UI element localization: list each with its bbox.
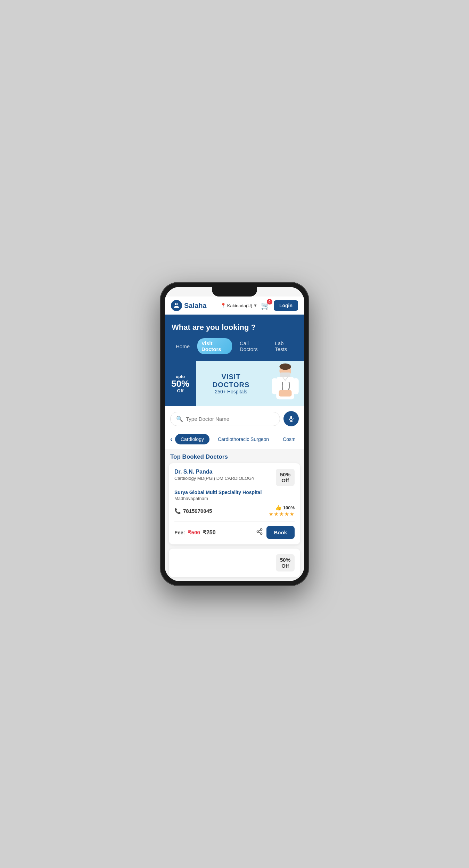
hospital-location: Madhavapatnam — [174, 496, 295, 501]
book-button[interactable]: Book — [266, 526, 295, 539]
chips-prev-button[interactable]: ‹ — [170, 436, 172, 443]
fee-row: Fee: ₹500 ₹250 Book — [174, 521, 295, 539]
search-area: 🔍 — [165, 406, 304, 431]
rating-area: 👍 100% ★★★★★ — [269, 504, 295, 517]
fee-old: ₹500 — [188, 529, 200, 536]
discount-off: Off — [280, 477, 290, 483]
contact-row: 📞 7815970045 👍 100% ★★★★★ — [174, 504, 295, 517]
chip-cosm[interactable]: Cosm — [277, 434, 301, 444]
phone-number[interactable]: 📞 7815970045 — [174, 508, 212, 514]
svg-line-15 — [258, 532, 261, 533]
card-top: Dr. S.N. Panda Cardiology MD(PGI) DM CAR… — [174, 469, 295, 486]
cart-badge: 0 — [267, 299, 272, 304]
fee-label: Fee: — [174, 529, 185, 535]
mic-button[interactable] — [283, 411, 299, 426]
search-icon: 🔍 — [176, 416, 183, 422]
preview-discount-badge: 50% Off — [276, 554, 295, 571]
hero-banner: What are you looking ? Home Visit Doctor… — [165, 315, 304, 361]
promo-off-text: Off — [177, 388, 184, 393]
doctor-info: Dr. S.N. Panda Cardiology MD(PGI) DM CAR… — [174, 469, 276, 481]
app-logo-text: Salaha — [184, 302, 206, 310]
chip-cardiothoracic[interactable]: Cardiothoracic Surgeon — [212, 434, 274, 444]
search-input[interactable] — [186, 416, 274, 422]
svg-line-16 — [258, 530, 261, 531]
logo-icon — [171, 300, 182, 311]
tab-lab-tests[interactable]: Lab Tests — [271, 338, 297, 354]
svg-point-1 — [176, 303, 178, 305]
share-button[interactable] — [256, 528, 263, 537]
svg-rect-7 — [293, 378, 299, 394]
phone-icon: 📞 — [174, 508, 181, 514]
cart-area[interactable]: 🛒 0 — [261, 301, 270, 310]
phone-notch — [212, 287, 257, 297]
tab-call-doctors[interactable]: Call Doctors — [236, 338, 267, 354]
tab-visit-doctors[interactable]: Visit Doctors — [197, 338, 232, 354]
svg-rect-6 — [272, 378, 278, 394]
svg-point-13 — [257, 531, 258, 533]
fee-area: Fee: ₹500 ₹250 — [174, 529, 216, 536]
rating-percent: 👍 100% — [269, 504, 295, 511]
svg-point-4 — [279, 364, 291, 370]
discount-badge: 50% Off — [276, 469, 295, 486]
phone-frame: Salaha 📍 Kakinada(U) ▼ 🛒 0 Login What ar… — [160, 282, 309, 586]
svg-point-0 — [175, 303, 176, 305]
logo-area: Salaha — [171, 300, 206, 311]
doctor-card: Dr. S.N. Panda Cardiology MD(PGI) DM CAR… — [169, 463, 300, 544]
second-doctor-card-preview: 50% Off — [169, 549, 300, 577]
section-title-top-booked: Top Booked Doctors — [165, 449, 304, 463]
promo-discount-badge: upto 50% Off — [165, 361, 196, 406]
thumbs-up-icon: 👍 — [275, 504, 282, 511]
promo-title: VISITDOCTORS — [199, 373, 263, 389]
chips-next-button[interactable]: › — [304, 436, 304, 443]
promo-percent-text: 50% — [171, 379, 189, 388]
location-text: Kakinada(U) — [227, 303, 252, 308]
svg-rect-8 — [279, 390, 292, 396]
hospital-name: Surya Global Multi Speciality Hospital — [174, 490, 295, 495]
phone-number-text: 7815970045 — [183, 508, 212, 514]
login-button[interactable]: Login — [274, 300, 298, 311]
preview-discount-off: Off — [280, 563, 290, 569]
svg-point-12 — [260, 529, 262, 531]
star-rating: ★★★★★ — [269, 511, 295, 517]
chip-cardiology[interactable]: Cardiology — [175, 434, 209, 444]
header-right: 📍 Kakinada(U) ▼ 🛒 0 Login — [220, 300, 298, 311]
promo-subtitle: 250+ Hospitals — [199, 389, 263, 394]
promo-banner: upto 50% Off VISITDOCTORS 250+ Hospitals — [165, 361, 304, 406]
nav-tabs: Home Visit Doctors Call Doctors Lab Test… — [172, 338, 297, 354]
tab-home[interactable]: Home — [172, 341, 194, 351]
location-selector[interactable]: 📍 Kakinada(U) ▼ — [220, 303, 257, 308]
promo-content: VISITDOCTORS 250+ Hospitals — [196, 366, 266, 401]
preview-discount-percent: 50% — [280, 557, 290, 563]
filter-chips: ‹ Cardiology Cardiothoracic Surgeon Cosm… — [165, 431, 304, 449]
fee-actions: Book — [256, 526, 295, 539]
app-header: Salaha 📍 Kakinada(U) ▼ 🛒 0 Login — [165, 297, 304, 315]
location-chevron-icon: ▼ — [253, 303, 257, 308]
doctor-name: Dr. S.N. Panda — [174, 469, 276, 475]
svg-rect-9 — [290, 416, 292, 419]
rating-percent-text: 100% — [283, 505, 295, 510]
fee-new: ₹250 — [203, 529, 216, 536]
phone-screen: Salaha 📍 Kakinada(U) ▼ 🛒 0 Login What ar… — [165, 287, 304, 581]
svg-point-14 — [260, 533, 262, 534]
hero-title: What are you looking ? — [172, 323, 297, 332]
location-pin-icon: 📍 — [220, 303, 226, 308]
search-box: 🔍 — [170, 412, 280, 426]
promo-doctor-image — [266, 363, 304, 404]
discount-percent: 50% — [280, 471, 290, 477]
doctor-specialization: Cardiology MD(PGI) DM CARDIOLOGY — [174, 476, 276, 481]
